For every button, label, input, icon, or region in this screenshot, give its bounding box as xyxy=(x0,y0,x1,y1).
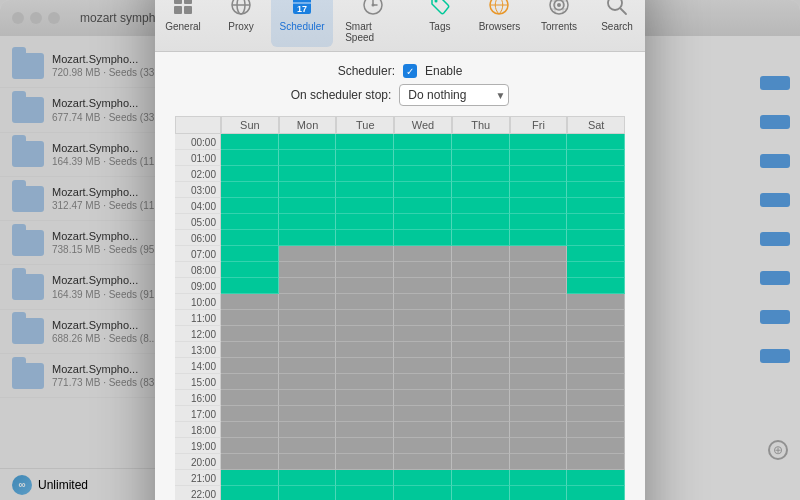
schedule-cell[interactable] xyxy=(279,246,337,262)
schedule-cell[interactable] xyxy=(510,438,568,454)
schedule-cell[interactable] xyxy=(279,390,337,406)
schedule-cell[interactable] xyxy=(510,246,568,262)
schedule-cell[interactable] xyxy=(452,342,510,358)
schedule-cell[interactable] xyxy=(221,278,279,294)
tab-smartspeed[interactable]: Smart Speed xyxy=(335,0,410,47)
schedule-cell[interactable] xyxy=(221,230,279,246)
schedule-cell[interactable] xyxy=(452,294,510,310)
schedule-cell[interactable] xyxy=(567,422,625,438)
schedule-cell[interactable] xyxy=(510,230,568,246)
schedule-cell[interactable] xyxy=(394,374,452,390)
schedule-cell[interactable] xyxy=(336,390,394,406)
schedule-cell[interactable] xyxy=(567,198,625,214)
schedule-cell[interactable] xyxy=(279,166,337,182)
schedule-cell[interactable] xyxy=(394,214,452,230)
schedule-cell[interactable] xyxy=(567,470,625,486)
schedule-cell[interactable] xyxy=(279,342,337,358)
schedule-cell[interactable] xyxy=(567,150,625,166)
schedule-cell[interactable] xyxy=(567,390,625,406)
schedule-cell[interactable] xyxy=(394,326,452,342)
schedule-cell[interactable] xyxy=(279,278,337,294)
schedule-cell[interactable] xyxy=(394,246,452,262)
schedule-cell[interactable] xyxy=(336,198,394,214)
schedule-cell[interactable] xyxy=(221,422,279,438)
schedule-cell[interactable] xyxy=(510,182,568,198)
schedule-cell[interactable] xyxy=(336,486,394,500)
schedule-cell[interactable] xyxy=(336,406,394,422)
schedule-cell[interactable] xyxy=(221,486,279,500)
schedule-cell[interactable] xyxy=(567,294,625,310)
schedule-cell[interactable] xyxy=(567,358,625,374)
schedule-cell[interactable] xyxy=(279,310,337,326)
schedule-cell[interactable] xyxy=(567,326,625,342)
schedule-cell[interactable] xyxy=(452,262,510,278)
schedule-cell[interactable] xyxy=(510,470,568,486)
schedule-cell[interactable] xyxy=(394,134,452,150)
schedule-cell[interactable] xyxy=(567,342,625,358)
schedule-cell[interactable] xyxy=(336,310,394,326)
schedule-cell[interactable] xyxy=(510,310,568,326)
schedule-cell[interactable] xyxy=(567,182,625,198)
schedule-cell[interactable] xyxy=(394,182,452,198)
schedule-cell[interactable] xyxy=(394,486,452,500)
schedule-cell[interactable] xyxy=(394,198,452,214)
schedule-cell[interactable] xyxy=(394,422,452,438)
schedule-cell[interactable] xyxy=(452,310,510,326)
schedule-cell[interactable] xyxy=(510,406,568,422)
schedule-cell[interactable] xyxy=(510,134,568,150)
schedule-cell[interactable] xyxy=(279,358,337,374)
schedule-cell[interactable] xyxy=(221,438,279,454)
schedule-cell[interactable] xyxy=(336,470,394,486)
schedule-cell[interactable] xyxy=(452,422,510,438)
schedule-cell[interactable] xyxy=(452,358,510,374)
schedule-cell[interactable] xyxy=(394,278,452,294)
schedule-cell[interactable] xyxy=(336,150,394,166)
schedule-cell[interactable] xyxy=(394,390,452,406)
schedule-cell[interactable] xyxy=(394,358,452,374)
schedule-cell[interactable] xyxy=(394,294,452,310)
schedule-cell[interactable] xyxy=(336,134,394,150)
schedule-cell[interactable] xyxy=(452,134,510,150)
schedule-cell[interactable] xyxy=(452,438,510,454)
schedule-cell[interactable] xyxy=(510,454,568,470)
schedule-cell[interactable] xyxy=(279,262,337,278)
schedule-cell[interactable] xyxy=(221,374,279,390)
schedule-cell[interactable] xyxy=(279,326,337,342)
schedule-cell[interactable] xyxy=(452,390,510,406)
schedule-cell[interactable] xyxy=(510,150,568,166)
schedule-cell[interactable] xyxy=(452,166,510,182)
schedule-cell[interactable] xyxy=(510,278,568,294)
schedule-cell[interactable] xyxy=(279,454,337,470)
schedule-cell[interactable] xyxy=(221,134,279,150)
schedule-cell[interactable] xyxy=(394,150,452,166)
schedule-cell[interactable] xyxy=(279,294,337,310)
schedule-cell[interactable] xyxy=(221,470,279,486)
schedule-cell[interactable] xyxy=(279,374,337,390)
schedule-cell[interactable] xyxy=(279,486,337,500)
schedule-cell[interactable] xyxy=(221,246,279,262)
schedule-cell[interactable] xyxy=(567,438,625,454)
schedule-cell[interactable] xyxy=(279,406,337,422)
schedule-cell[interactable] xyxy=(221,294,279,310)
schedule-cell[interactable] xyxy=(279,134,337,150)
schedule-cell[interactable] xyxy=(452,374,510,390)
schedule-cell[interactable] xyxy=(510,214,568,230)
schedule-cell[interactable] xyxy=(279,150,337,166)
schedule-cell[interactable] xyxy=(336,454,394,470)
schedule-cell[interactable] xyxy=(279,438,337,454)
schedule-cell[interactable] xyxy=(452,454,510,470)
schedule-cell[interactable] xyxy=(336,166,394,182)
schedule-cell[interactable] xyxy=(394,454,452,470)
schedule-cell[interactable] xyxy=(567,166,625,182)
schedule-cell[interactable] xyxy=(394,262,452,278)
schedule-cell[interactable] xyxy=(221,198,279,214)
schedule-cell[interactable] xyxy=(394,230,452,246)
schedule-cell[interactable] xyxy=(452,214,510,230)
tab-general[interactable]: General xyxy=(155,0,211,47)
schedule-cell[interactable] xyxy=(567,278,625,294)
schedule-cell[interactable] xyxy=(221,342,279,358)
schedule-cell[interactable] xyxy=(567,374,625,390)
schedule-cell[interactable] xyxy=(279,198,337,214)
schedule-cell[interactable] xyxy=(510,358,568,374)
schedule-cell[interactable] xyxy=(567,214,625,230)
